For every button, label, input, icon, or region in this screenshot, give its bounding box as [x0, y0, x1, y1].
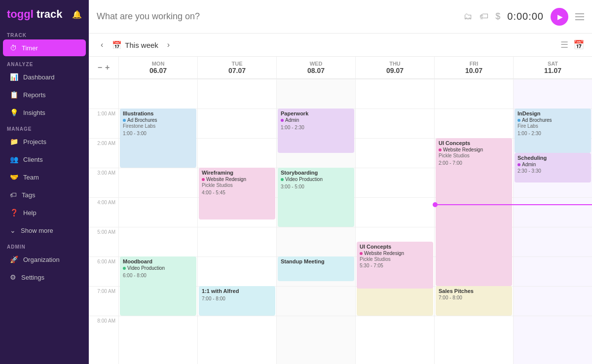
next-week-button[interactable]: › — [163, 38, 174, 51]
event-client: Pickle Studios — [202, 182, 272, 188]
time-column: 1:00 AM 2:00 AM 3:00 AM 4:00 AM 5:00 AM … — [89, 79, 118, 364]
sidebar-team-label: Team — [23, 174, 39, 181]
event-time: 1:00 - 2:30 — [518, 131, 588, 136]
admin-section-label: ADMIN — [0, 239, 89, 251]
timer-icon: ⏱ — [10, 44, 17, 52]
sidebar-item-insights[interactable]: 💡 Insights — [3, 104, 86, 121]
event-indesign[interactable]: InDesign Ad Brochures Fire Labs 1:00 - 2… — [515, 109, 591, 153]
week-label: 📅 This week — [112, 40, 158, 50]
sidebar-item-settings[interactable]: ⚙ Settings — [3, 269, 86, 286]
prev-week-button[interactable]: ‹ — [97, 38, 107, 51]
sidebar-item-tags[interactable]: 🏷 Tags — [3, 186, 86, 203]
sidebar-tags-label: Tags — [22, 191, 35, 199]
day-date-wed: 08.07 — [277, 67, 355, 74]
event-standup[interactable]: Standup Meeting — [278, 256, 354, 281]
week-text: This week — [125, 41, 158, 49]
play-icon: ▶ — [557, 13, 563, 21]
zoom-out-button[interactable]: − — [98, 63, 102, 72]
day-date-tue: 07.07 — [198, 67, 276, 74]
day-date-thu: 09.07 — [356, 67, 434, 74]
sidebar-item-clients[interactable]: 👥 Clients — [3, 151, 86, 168]
event-project: Ad Brochures — [518, 117, 588, 123]
event-title: Storyboarding — [281, 170, 351, 176]
sidebar-organization-label: Organization — [23, 256, 60, 263]
list-view-icon[interactable]: ☰ — [560, 39, 568, 50]
tags-icon: 🏷 — [10, 191, 17, 199]
day-name-tue: TUE — [198, 61, 276, 67]
calendar-view-controls: ☰ 📅 — [560, 39, 584, 50]
sidebar-item-help[interactable]: ❓ Help — [3, 204, 86, 221]
bell-icon[interactable]: 🔔 — [72, 10, 82, 19]
day-name-wed: WED — [277, 61, 355, 67]
play-button[interactable]: ▶ — [551, 8, 568, 26]
event-project: Website Redesign — [202, 177, 272, 182]
zoom-controls: − + — [89, 57, 118, 78]
dollar-icon[interactable]: $ — [495, 11, 500, 22]
sidebar-projects-label: Projects — [23, 138, 46, 146]
day-name-sat: SAT — [514, 61, 592, 67]
manage-section-label: MANAGE — [0, 121, 89, 133]
sidebar-item-reports[interactable]: 📋 Reports — [3, 86, 86, 103]
sidebar-logo: toggl track 🔔 — [0, 0, 89, 29]
analyze-section-label: ANALYZE — [0, 57, 89, 68]
event-scheduling[interactable]: Scheduling Admin 2:30 - 3:30 — [515, 153, 591, 182]
event-oneone[interactable]: 1:1 with Alfred 7:00 - 8:00 — [199, 286, 275, 316]
event-paperwork[interactable]: Paperwork Admin 1:00 - 2:30 — [278, 109, 354, 153]
chevron-down-icon: ⌄ — [10, 226, 16, 234]
calendar-scroll: 1:00 AM 2:00 AM 3:00 AM 4:00 AM 5:00 AM … — [89, 79, 592, 364]
event-sales-pitches-fri[interactable]: Sales Pitches 7:00 - 8:00 — [436, 286, 512, 316]
calendar-view-icon[interactable]: 📅 — [573, 39, 584, 50]
tag-icon[interactable]: 🏷 — [480, 11, 488, 22]
event-time: 1:00 - 3:00 — [123, 131, 193, 136]
calendar-header: ‹ 📅 This week › ☰ 📅 — [89, 34, 592, 57]
projects-icon: 📁 — [10, 138, 18, 146]
zoom-in-button[interactable]: + — [105, 63, 110, 72]
calendar-body: − + MON 06.07 TUE 07.07 WED 08.07 THU 09… — [89, 57, 592, 364]
sidebar-item-dashboard[interactable]: 📊 Dashboard — [3, 69, 86, 85]
event-ui-concepts-fri[interactable]: UI Concepts Website Redesign Pickle Stud… — [436, 138, 512, 286]
event-project: Admin — [281, 117, 351, 123]
dashboard-icon: 📊 — [10, 73, 18, 81]
folder-icon[interactable]: 🗂 — [464, 11, 473, 22]
days-header: − + MON 06.07 TUE 07.07 WED 08.07 THU 09… — [89, 57, 592, 79]
event-project: Video Production — [123, 265, 193, 271]
sidebar-item-team[interactable]: 🤝 Team — [3, 169, 86, 185]
event-project: Website Redesign — [439, 147, 509, 152]
timer-display: 0:00:00 — [507, 11, 544, 22]
day-name-mon: MON — [119, 61, 197, 67]
day-col-tue: Wireframing Website Redesign Pickle Stud… — [197, 79, 276, 364]
organization-icon: 🚀 — [10, 255, 18, 263]
event-illustrations[interactable]: Illustrations Ad Brochures Firestone Lab… — [120, 109, 196, 168]
insights-icon: 💡 — [10, 109, 18, 116]
sidebar-item-projects[interactable]: 📁 Projects — [3, 133, 86, 150]
event-time: 4:00 - 5:45 — [202, 190, 272, 195]
event-time: 7:00 - 8:00 — [202, 296, 272, 301]
event-wireframing[interactable]: Wireframing Website Redesign Pickle Stud… — [199, 168, 275, 219]
main-content: 🗂 🏷 $ 0:00:00 ▶ ‹ 📅 This week › ☰ 📅 — [89, 0, 592, 364]
hamburger-menu[interactable] — [575, 13, 584, 20]
sidebar-item-show-more[interactable]: ⌄ Show more — [3, 222, 86, 239]
time-entry-input[interactable] — [97, 11, 458, 22]
sidebar-item-timer[interactable]: ⏱ Timer — [3, 39, 86, 56]
sidebar-item-organization[interactable]: 🚀 Organization — [3, 251, 86, 268]
calendar-icon: 📅 — [112, 40, 122, 50]
day-date-sat: 11.07 — [514, 67, 592, 74]
day-name-fri: FRI — [435, 61, 513, 67]
track-section-label: TRACK — [0, 29, 89, 39]
day-name-thu: THU — [356, 61, 434, 67]
event-title: Standup Meeting — [281, 258, 351, 264]
help-icon: ❓ — [10, 209, 18, 217]
event-time: 7:00 - 8:00 — [439, 295, 509, 300]
days-grid: Illustrations Ad Brochures Firestone Lab… — [118, 79, 592, 364]
day-header-sat: SAT 11.07 — [513, 57, 592, 78]
topbar-icons: 🗂 🏷 $ 0:00:00 ▶ — [464, 8, 584, 26]
event-project: Website Redesign — [360, 251, 430, 256]
event-ui-concepts-thu[interactable]: UI Concepts Website Redesign Pickle Stud… — [357, 242, 433, 289]
event-project: Admin — [518, 162, 588, 167]
event-storyboarding[interactable]: Storyboarding Video Production 3:00 - 5:… — [278, 168, 354, 227]
event-title: Paperwork — [281, 110, 351, 116]
clients-icon: 👥 — [10, 155, 18, 163]
event-moodboard[interactable]: Moodboard Video Production 6:00 - 8:00 — [120, 256, 196, 316]
event-client: Fire Labs — [518, 123, 588, 129]
day-col-sat: InDesign Ad Brochures Fire Labs 1:00 - 2… — [513, 79, 592, 364]
